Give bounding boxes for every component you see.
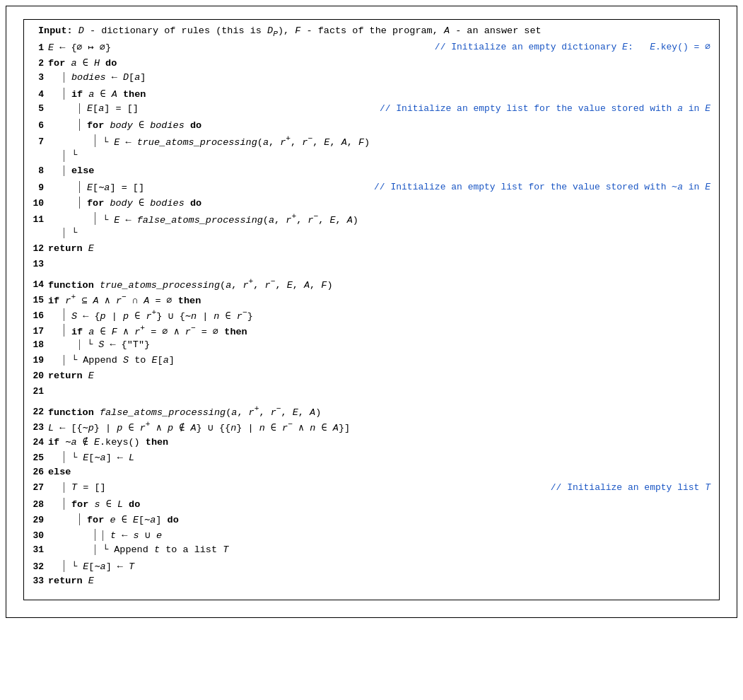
line-content-17: if a ∈ F ∧ r+ = ∅ ∧ r− = ∅ then	[48, 324, 710, 337]
line-num-2: 2	[33, 58, 48, 69]
input-text: D - dictionary of rules (this is DP), F …	[78, 25, 542, 36]
line-num-18: 18	[33, 339, 48, 350]
line-num-23: 23	[33, 422, 48, 433]
line-5: 5 E[a] = [] // Initialize an empty list …	[33, 103, 710, 119]
line-num-21: 21	[33, 386, 48, 397]
line-4: 4 if a ∈ A then	[33, 88, 710, 103]
line-content-8: else	[48, 165, 710, 176]
line-content-b1: └	[48, 150, 710, 162]
line-num-20: 20	[33, 371, 48, 381]
input-label: Input:	[38, 25, 73, 36]
line-20: 20 return E	[33, 371, 710, 386]
line-18: 18 └ S ← {"T"}	[33, 339, 710, 355]
line-content-9: E[∼a] = [] // Initialize an empty list f…	[48, 181, 710, 193]
line-11: 11 └ E ← false_atoms_processing(a, r+, r…	[33, 212, 710, 228]
line-content-26: else	[48, 467, 710, 477]
line-num-19: 19	[33, 355, 48, 366]
line-12: 12 return E	[33, 243, 710, 259]
line-num-14: 14	[33, 279, 48, 290]
algorithm-page: Input: D - dictionary of rules (this is …	[6, 6, 737, 618]
line-num-17: 17	[33, 326, 48, 337]
line-29: 29 for e ∈ E[∼a] do	[33, 513, 710, 529]
line-content-6: for body ∈ bodies do	[48, 119, 710, 131]
line-32: 32 └ E[∼a] ← T	[33, 560, 710, 576]
line-num-10: 10	[33, 198, 48, 209]
line-13: 13	[33, 259, 710, 274]
line-num-26: 26	[33, 467, 48, 477]
line-num-24: 24	[33, 437, 48, 448]
line-content-10: for body ∈ bodies do	[48, 197, 710, 209]
line-num-16: 16	[33, 310, 48, 321]
comment-27: // Initialize an empty list T	[551, 482, 710, 493]
line-num-7: 7	[33, 136, 48, 147]
line-num-9: 9	[33, 182, 48, 193]
line-num-11: 11	[33, 214, 48, 225]
line-7: 7 └ E ← true_atoms_processing(a, r+, r−,…	[33, 134, 710, 150]
line-content-12: return E	[48, 243, 710, 254]
line-33: 33 return E	[33, 576, 710, 591]
line-num-8: 8	[33, 165, 48, 176]
line-num-28: 28	[33, 499, 48, 510]
line-content-11: └ E ← false_atoms_processing(a, r+, r−, …	[48, 212, 710, 226]
line-23: 23 L ← [{∼p} | p ∈ r+ ∧ p ∉ A} ∪ {{n} | …	[33, 420, 710, 436]
line-21: 21	[33, 386, 710, 402]
line-3: 3 bodies ← D[a]	[33, 72, 710, 88]
line-8: 8 else	[33, 165, 710, 181]
line-16: 16 S ← {p | p ∈ r+} ∪ {∼n | n ∈ r−}	[33, 308, 710, 324]
line-content-15: if r+ ⊆ A ∧ r− ∩ A = ∅ then	[48, 293, 710, 306]
line-content-7: └ E ← true_atoms_processing(a, r+, r−, E…	[48, 134, 710, 148]
line-content-3: bodies ← D[a]	[48, 72, 710, 83]
line-num-4: 4	[33, 89, 48, 100]
line-num-22: 22	[33, 407, 48, 417]
line-19: 19 └ Append S to E[a]	[33, 355, 710, 371]
line-content-24: if ∼a ∉ E.keys() then	[48, 436, 710, 448]
line-2: 2 for a ∈ H do	[33, 57, 710, 72]
line-28: 28 for s ∈ L do	[33, 498, 710, 513]
line-14: 14 function true_atoms_processing(a, r+,…	[33, 277, 710, 293]
line-9: 9 E[∼a] = [] // Initialize an empty list…	[33, 181, 710, 197]
line-content-18: └ S ← {"T"}	[48, 339, 710, 350]
line-num-30: 30	[33, 530, 48, 541]
line-content-2: for a ∈ H do	[48, 57, 710, 69]
line-num-15: 15	[33, 295, 48, 305]
line-25: 25 └ E[∼a] ← L	[33, 451, 710, 467]
line-num-33: 33	[33, 576, 48, 586]
line-num-29: 29	[33, 515, 48, 525]
line-content-4: if a ∈ A then	[48, 88, 710, 100]
line-content-1: E ← {∅ ↦ ∅} // Initialize an empty dicti…	[48, 41, 710, 53]
line-15: 15 if r+ ⊆ A ∧ r− ∩ A = ∅ then	[33, 293, 710, 308]
line-content-23: L ← [{∼p} | p ∈ r+ ∧ p ∉ A} ∪ {{n} | n ∈…	[48, 420, 710, 433]
line-num-12: 12	[33, 243, 48, 254]
line-content-22: function false_atoms_processing(a, r+, r…	[48, 404, 710, 418]
line-6: 6 for body ∈ bodies do	[33, 119, 710, 134]
comment-9: // Initialize an empty list for the valu…	[374, 181, 710, 192]
line-content-19: └ Append S to E[a]	[48, 355, 710, 366]
line-num-32: 32	[33, 561, 48, 572]
input-line: Input: D - dictionary of rules (this is …	[33, 25, 710, 38]
line-content-27: T = [] // Initialize an empty list T	[48, 482, 710, 493]
line-17: 17 if a ∈ F ∧ r+ = ∅ ∧ r− = ∅ then	[33, 324, 710, 339]
comment-1: // Initialize an empty dictionary E: E.k…	[435, 41, 710, 52]
line-num-3: 3	[33, 72, 48, 83]
line-num-1: 1	[33, 42, 48, 53]
line-content-30: t ← s ∪ e	[48, 529, 710, 541]
line-27: 27 T = [] // Initialize an empty list T	[33, 482, 710, 498]
comment-5: // Initialize an empty list for the valu…	[380, 103, 710, 114]
line-content-31: └ Append t to a list T	[48, 544, 710, 555]
line-26: 26 else	[33, 467, 710, 482]
line-content-14: function true_atoms_processing(a, r+, r−…	[48, 277, 710, 291]
line-24: 24 if ∼a ∉ E.keys() then	[33, 436, 710, 451]
line-content-33: return E	[48, 576, 710, 586]
algorithm-box: Input: D - dictionary of rules (this is …	[23, 19, 720, 600]
line-bracket1: └	[33, 150, 710, 165]
line-content-20: return E	[48, 371, 710, 381]
line-30: 30 t ← s ∪ e	[33, 529, 710, 544]
line-content-28: for s ∈ L do	[48, 498, 710, 510]
line-num-6: 6	[33, 120, 48, 131]
line-22: 22 function false_atoms_processing(a, r+…	[33, 404, 710, 420]
line-content-32: └ E[∼a] ← T	[48, 560, 710, 572]
line-content-5: E[a] = [] // Initialize an empty list fo…	[48, 103, 710, 114]
line-num-5: 5	[33, 103, 48, 114]
line-content-29: for e ∈ E[∼a] do	[48, 513, 710, 525]
line-bracket2: └	[33, 228, 710, 243]
